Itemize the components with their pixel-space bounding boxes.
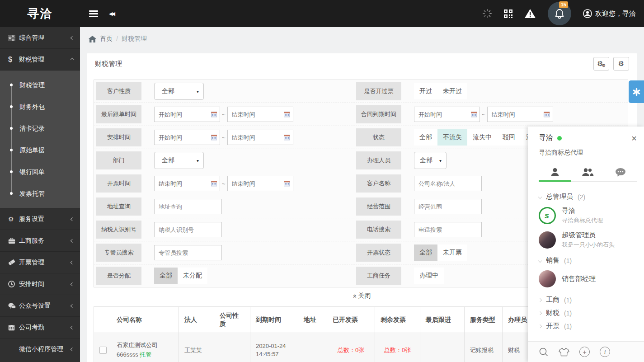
chat-member[interactable]: 超级管理员 我是一只小小的石头	[539, 231, 637, 249]
breadcrumb-home[interactable]: 首页	[100, 35, 113, 43]
last-follow-start-input[interactable]	[159, 111, 211, 118]
submenu-item-tax-management[interactable]: 财税管理	[0, 74, 80, 96]
dollar-icon: $	[8, 56, 19, 64]
last-follow-start-date[interactable]	[154, 107, 220, 122]
search-icon[interactable]	[539, 347, 549, 357]
sidebar-item-attendance[interactable]: 公司考勤	[0, 317, 80, 338]
last-follow-end-input[interactable]	[232, 111, 284, 118]
tab-contacts[interactable]	[539, 163, 571, 181]
col-company-name: 公司名称	[111, 307, 179, 333]
notifications-button[interactable]: 15	[548, 2, 571, 25]
option-all[interactable]: 全部	[414, 129, 437, 146]
group-name: 开票	[546, 322, 559, 330]
phone-search-input[interactable]	[414, 222, 482, 237]
theme-shirt-icon[interactable]	[559, 348, 569, 357]
invoice-start-input[interactable]	[159, 180, 211, 187]
filter-row: 最后跟单时间 ~ 合同到期时间	[94, 103, 628, 126]
breadcrumb-current: 财税管理	[122, 35, 147, 43]
option-invoiced[interactable]: 开过	[414, 83, 437, 99]
add-icon[interactable]: +	[579, 347, 590, 357]
arrange-end-date[interactable]	[227, 130, 293, 145]
address-cell	[298, 333, 327, 362]
double-up-chevron-icon: «	[352, 294, 359, 298]
group-name: 工商	[546, 296, 559, 304]
sidebar-item-label: 财税管理	[19, 56, 71, 64]
contract-expire-end-input[interactable]	[492, 111, 544, 118]
submenu-item-bank-receipts[interactable]: 银行回单	[0, 161, 80, 183]
tab-groups[interactable]	[571, 163, 604, 181]
option-losing[interactable]: 流失中	[467, 129, 497, 146]
tab-messages[interactable]	[604, 163, 637, 181]
submenu-item-finance-outsourcing[interactable]: 财务外包	[0, 96, 80, 118]
group-tax[interactable]: 财税 (1)	[539, 309, 637, 317]
gear-icon: ⚙	[8, 216, 19, 223]
spinner-icon[interactable]	[482, 9, 492, 19]
row-checkbox[interactable]	[99, 347, 107, 354]
submenu-item-original-documents[interactable]: 原始单据	[0, 139, 80, 161]
supervisor-search-input[interactable]	[154, 245, 222, 260]
settings-cogs-button[interactable]: ⚙⚙	[593, 57, 609, 71]
expire-date: 2020-01-24	[256, 343, 292, 349]
col-invoices-remaining: 剩余发票	[375, 307, 420, 333]
submenu-item-card-clearing[interactable]: 清卡记录	[0, 118, 80, 139]
sidebar-item-label: 安排时间	[19, 280, 71, 288]
qr-code-icon[interactable]	[504, 9, 512, 18]
group-admins[interactable]: 总管理员 (2)	[539, 193, 637, 201]
option-not-lost[interactable]: 不流失	[437, 129, 467, 146]
group-business[interactable]: 工商 (1)	[539, 296, 637, 304]
contract-expire-end-date[interactable]	[487, 107, 553, 122]
option-all[interactable]: 全部	[154, 268, 178, 284]
company-name[interactable]: 石家庄测试公司	[117, 341, 173, 349]
option-rejected[interactable]: 驳回	[497, 129, 521, 146]
invoice-start-date[interactable]	[154, 176, 220, 191]
sidebar-item-miniprogram[interactable]: 微信小程序管理	[0, 338, 80, 360]
handler-person-select[interactable]: 全部 ▾	[414, 152, 447, 169]
menu-icon[interactable]	[89, 9, 98, 19]
contract-expire-start-input[interactable]	[418, 111, 471, 118]
close-icon[interactable]: ×	[631, 134, 637, 143]
option-unassigned[interactable]: 未分配	[178, 268, 207, 284]
sidebar-item-tax[interactable]: $ 财税管理	[0, 49, 80, 71]
submenu-item-invoice-custody[interactable]: 发票托管	[0, 183, 80, 204]
filter-label-customer-name: 客户名称	[356, 174, 401, 193]
group-invoicing[interactable]: 开票 (1)	[539, 322, 637, 330]
info-icon[interactable]: i	[600, 347, 610, 357]
customer-nature-select[interactable]: 全部 ▾	[154, 83, 204, 100]
collapse-sidebar-icon[interactable]: ◀◀	[109, 11, 114, 17]
group-name: 总管理员	[546, 193, 573, 201]
option-all[interactable]: 全部	[414, 244, 437, 261]
chat-tabs	[539, 163, 637, 182]
option-not-invoiced[interactable]: 未开票	[437, 244, 467, 261]
sidebar-item-schedule[interactable]: 安排时间	[0, 273, 80, 295]
sidebar-item-service-settings[interactable]: ⚙ 服务设置	[0, 208, 80, 230]
quick-settings-button[interactable]	[629, 80, 644, 103]
expire-time: 14:45:57	[256, 351, 292, 357]
range-separator: ~	[482, 111, 485, 118]
chat-member[interactable]: 销售部经理	[539, 270, 637, 287]
invoice-end-input[interactable]	[232, 180, 284, 187]
sidebar-item-invoicing[interactable]: 开票管理	[0, 252, 80, 273]
last-follow-end-date[interactable]	[227, 107, 293, 122]
option-not-invoiced[interactable]: 未开过	[437, 83, 467, 99]
arrange-start-date[interactable]	[154, 130, 220, 145]
group-sales[interactable]: 销售 (1)	[539, 256, 637, 265]
sidebar-item-general[interactable]: 综合管理	[0, 27, 80, 49]
sidebar-item-official-account[interactable]: 公众号设置	[0, 295, 80, 317]
invoice-end-date[interactable]	[227, 176, 293, 191]
settings-gear-button[interactable]: ⚙	[613, 57, 629, 71]
department-select[interactable]: 全部 ▾	[154, 152, 204, 169]
customer-name-input[interactable]	[414, 176, 482, 191]
chat-subtitle: 寻洽商标总代理	[539, 149, 637, 157]
option-processing[interactable]: 办理中	[414, 268, 444, 284]
user-menu[interactable]: 欢迎您，寻洽	[583, 9, 636, 18]
business-scope-input[interactable]	[414, 199, 482, 214]
contract-expire-start-date[interactable]	[414, 107, 480, 122]
warning-icon[interactable]	[524, 9, 536, 19]
taxpayer-id-input[interactable]	[154, 222, 222, 237]
address-query-input[interactable]	[154, 199, 222, 214]
sidebar-item-business-services[interactable]: 工商服务	[0, 230, 80, 252]
arrange-end-input[interactable]	[232, 134, 284, 141]
chat-member[interactable]: s 寻洽 寻洽商标总代理	[539, 207, 637, 225]
sidebar-item-label: 开票管理	[19, 259, 71, 267]
arrange-start-input[interactable]	[159, 134, 211, 141]
